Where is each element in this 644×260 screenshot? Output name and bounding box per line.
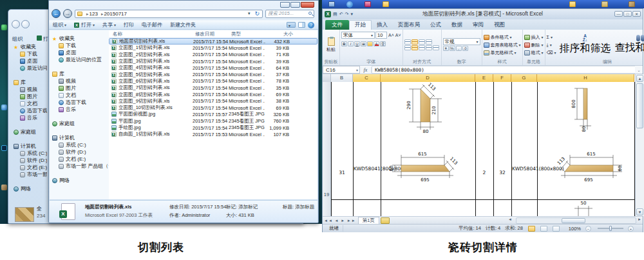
tab-formulas[interactable]: 公式 [425, 20, 446, 30]
sidebar-item[interactable]: 库 [11, 79, 47, 86]
merge-center-icon[interactable] [433, 45, 439, 50]
sidebar-item[interactable]: 视频 [50, 77, 109, 85]
format-cells-button[interactable]: 格式 [524, 49, 544, 57]
fill-color-button[interactable] [367, 41, 373, 46]
sidebar-item[interactable]: 网络 [50, 177, 109, 184]
desktop-icon[interactable] [1, 185, 7, 190]
align-center-icon[interactable] [412, 45, 418, 50]
tab-insert[interactable]: 插入 [372, 20, 393, 30]
cell-G19[interactable]: KWD58041(800x800) [512, 166, 536, 172]
sidebar-item[interactable]: 市场一部 产品组（专用） [50, 163, 109, 170]
column-header-D[interactable]: D [381, 74, 475, 82]
back-button[interactable] [12, 20, 20, 28]
taskbar-item[interactable] [361, 1, 375, 8]
sidebar-item[interactable]: 收藏夹 [50, 35, 109, 42]
back-button[interactable]: ← [52, 9, 61, 18]
scrollbar-thumb[interactable] [562, 218, 585, 223]
maximize-button[interactable] [290, 2, 300, 8]
row-header-19[interactable]: 19 [323, 192, 330, 197]
sidebar-item[interactable]: 下载 [11, 50, 47, 57]
column-header-F[interactable]: F [493, 74, 511, 82]
file-row[interactable]: 立面图_8切割砖列表.xls 2015/7/17 15:54 Microsoft… [109, 91, 317, 97]
taskbar-item[interactable] [325, 1, 339, 8]
scroll-up-icon[interactable]: ▲ [636, 75, 643, 82]
decimal-icons[interactable]: .0 [462, 46, 468, 51]
sheet-tab[interactable]: 第1页 [358, 217, 379, 224]
chevron-down-icon[interactable]: ▾ [246, 11, 252, 16]
page-layout-view-icon[interactable] [540, 226, 547, 232]
sidebar-item[interactable]: 迅雷下载 [50, 99, 109, 106]
hscroll-right-icon[interactable]: ► [638, 217, 641, 221]
column-type[interactable]: 类型 [231, 31, 267, 37]
share-button[interactable]: 共享 [99, 21, 120, 28]
sidebar-item[interactable]: 最近访问的位置 [11, 65, 47, 72]
column-date[interactable]: 修改日期 [195, 31, 231, 37]
orientation-icon[interactable] [426, 39, 432, 45]
sidebar-item[interactable]: 文档 (E:) [11, 164, 47, 171]
sheet-nav-buttons[interactable]: ◄◄ ◄ ► ►► [324, 219, 356, 223]
cell-E19[interactable]: 2 [475, 170, 493, 175]
close-button[interactable]: ✕ [632, 11, 641, 17]
tab-home[interactable]: 开始 [349, 20, 372, 30]
sidebar-item[interactable]: 最近访问的位置 [50, 56, 109, 63]
insert-cells-button[interactable]: 插入 [524, 34, 544, 41]
tab-view[interactable]: 视图 [489, 20, 510, 30]
sidebar-item[interactable]: 系统 (C:) [50, 141, 109, 148]
number-format-select[interactable]: 常规 [443, 38, 480, 45]
tab-review[interactable]: 审阅 [468, 20, 489, 30]
worksheet-grid[interactable]: B C D E F G H 19 20 [323, 74, 644, 216]
detail-tags[interactable]: 标记: 添加标记 [226, 204, 258, 210]
sidebar-item[interactable]: 市场一部 产品组（专用） [11, 171, 47, 178]
sidebar-item[interactable]: 计算机 [50, 134, 109, 141]
search-input[interactable]: 搜索 2015... [265, 10, 314, 18]
fill-button[interactable]: ⤓ [547, 41, 556, 49]
sidebar-item[interactable]: 文档 [11, 100, 47, 107]
cell-C19[interactable]: KWD58041(800x800) [354, 166, 380, 172]
comma-icon[interactable]: , [456, 46, 462, 51]
organize-button[interactable]: 组织 [49, 21, 70, 28]
refresh-icon[interactable]: ↻ [252, 10, 262, 17]
font-name-select[interactable]: 宋体 [341, 32, 375, 39]
formula-input[interactable]: KWB58058(800x800) [372, 66, 635, 74]
phonetic-guide-button[interactable]: 变 [380, 41, 386, 46]
zoom-slider[interactable] [598, 228, 623, 229]
minimize-button[interactable]: — [614, 11, 623, 17]
sort-filter-button[interactable]: AZ↓ 排序和筛选 [559, 34, 611, 55]
column-header-C[interactable]: C [353, 74, 381, 82]
qq-icon[interactable] [1, 105, 7, 110]
sidebar-item[interactable]: 库 [50, 70, 109, 77]
sidebar-item[interactable]: 音乐 [11, 114, 47, 121]
sidebar-item[interactable]: 文档 [50, 92, 109, 99]
change-view-button[interactable] [287, 22, 296, 28]
hscroll-left-icon[interactable]: ◄ [508, 217, 512, 221]
indent-icon[interactable] [426, 45, 432, 50]
taskbar-item[interactable] [343, 1, 357, 8]
file-row[interactable]: 立面图_9切割砖列表.xls 2015/7/17 15:54 Microsoft… [109, 98, 317, 105]
column-header-G[interactable]: G [511, 74, 537, 82]
cell-styles-button[interactable]: 单元格样式 [484, 49, 521, 57]
file-row[interactable]: 立面图_5切割砖列表.xls 2015/7/17 15:54 Microsoft… [109, 71, 317, 77]
file-row[interactable]: 平面图俯视图.jpg 2015/7/17 15:57 2345看图王 JPG .… [109, 111, 317, 117]
column-header-H[interactable]: H [537, 74, 634, 82]
preview-pane-button[interactable] [298, 22, 305, 28]
file-row[interactable]: 立面图_6切割砖列表.xls 2015/7/17 15:54 Microsoft… [109, 78, 317, 85]
font-size-select[interactable]: 10 [375, 32, 387, 39]
print-button[interactable]: 打印 [120, 21, 138, 28]
file-row[interactable]: 立面图_4切割砖列表.xls 2015/7/17 15:54 Microsoft… [109, 65, 317, 71]
zoom-out-icon[interactable]: − [585, 226, 591, 232]
find-select-button[interactable]: 查找和选择 [614, 35, 644, 55]
column-name[interactable]: 名称 [113, 31, 195, 37]
minimize-button[interactable] [280, 2, 290, 8]
sidebar-item[interactable]: 文档 (E:) [50, 155, 109, 163]
organize-button[interactable]: 组织 [12, 35, 23, 43]
file-row[interactable]: 立面图_7切割砖列表.xls 2015/7/17 15:54 Microsoft… [109, 85, 317, 91]
sidebar-item[interactable]: 下载 [50, 42, 109, 49]
font-color-button[interactable]: A [374, 41, 379, 46]
sidebar-item[interactable]: 网络 [11, 185, 47, 192]
sidebar-item[interactable]: 桌面 [50, 49, 109, 56]
taskbar-item[interactable] [625, 1, 639, 8]
sidebar-item[interactable]: 软件 (D:) [50, 148, 109, 155]
normal-view-icon[interactable] [528, 226, 535, 232]
tab-data[interactable]: 数据 [446, 20, 468, 30]
cell-B19[interactable]: 31 [331, 170, 353, 175]
